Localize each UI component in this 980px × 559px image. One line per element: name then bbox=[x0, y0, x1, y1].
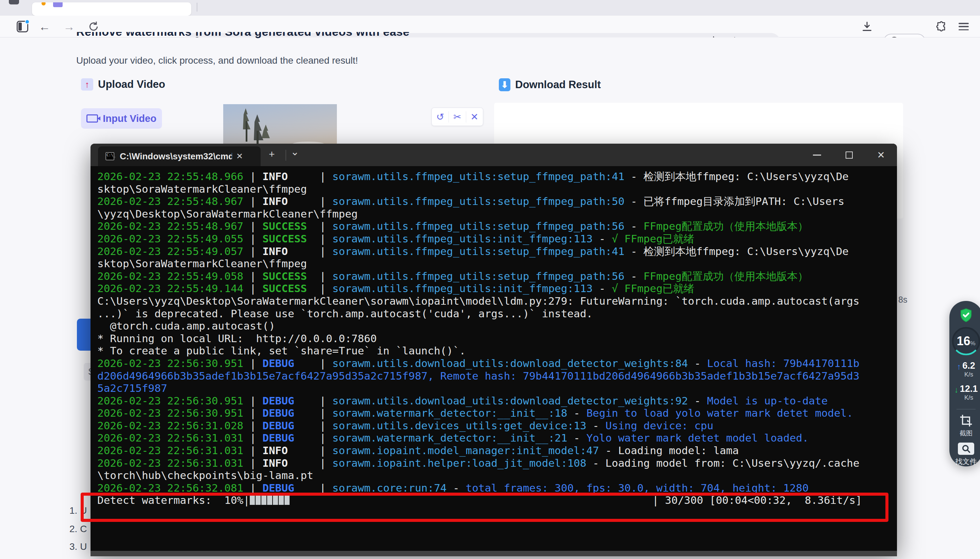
terminal-output: 2026-02-23 22:55:48.966 | INFO | sorawm.… bbox=[97, 170, 860, 506]
puzzle-icon bbox=[935, 21, 947, 32]
downloads-button[interactable] bbox=[856, 16, 878, 38]
terminal-tab-title: C:\Windows\system32\cmd.ex bbox=[120, 151, 232, 162]
terminal-line: 2026-02-23 22:55:48.967 | SUCCESS | sora… bbox=[97, 220, 860, 233]
find-file-label: 找文件 bbox=[955, 457, 977, 466]
screenshot-crop-icon[interactable] bbox=[958, 413, 974, 428]
battery-gauge[interactable]: 16% bbox=[952, 326, 980, 356]
window-corner-fragment bbox=[9, 0, 19, 5]
terminal-line: 2026-02-23 22:55:48.966 | INFO | sorawm.… bbox=[97, 170, 860, 183]
close-icon: ✕ bbox=[877, 149, 885, 161]
terminal-bottom-edge bbox=[91, 551, 897, 556]
terminal-line: 5a2c715f987 bbox=[97, 382, 860, 395]
browser-tab[interactable] bbox=[32, 2, 191, 16]
minimize-icon bbox=[813, 155, 821, 155]
new-tab-button[interactable]: + bbox=[269, 149, 275, 160]
download-section-title: ⬇ Download Result bbox=[499, 78, 601, 91]
terminal-line: \torch\hub\checkpoints\big-lama.pt bbox=[97, 469, 860, 482]
tab-favicon-icon bbox=[53, 2, 63, 7]
clear-video-button[interactable]: ✕ bbox=[466, 111, 483, 122]
minimize-button[interactable] bbox=[801, 144, 833, 166]
tab-separator bbox=[197, 3, 197, 12]
hamburger-icon bbox=[959, 23, 969, 30]
titlebar-separator bbox=[285, 150, 286, 161]
terminal-line: d206d4964966b3b35adef1b3b15e7acf6427a95d… bbox=[97, 370, 860, 382]
instruction-item-3: 3. U bbox=[69, 541, 87, 552]
extensions-button[interactable] bbox=[931, 16, 952, 38]
terminal-line: 2026-02-23 22:56:30.951 | DEBUG | sorawm… bbox=[97, 357, 860, 370]
assistant-widget[interactable]: 16% ↑ 6.2K/s ↓ 12.1K/s 截图 找文件 bbox=[949, 301, 980, 466]
terminal-line: sktop\SoraWatermarkCleaner\ffmpeg bbox=[97, 257, 860, 270]
terminal-line: C:\Users\yyzq\Desktop\SoraWatermarkClean… bbox=[97, 295, 860, 308]
tab-dropdown-button[interactable]: ⌄ bbox=[290, 146, 299, 158]
terminal-tab[interactable]: C:\_ C:\Windows\system32\cmd.ex ✕ bbox=[98, 146, 261, 166]
maximize-icon bbox=[846, 152, 853, 159]
forward-icon: → bbox=[63, 21, 75, 32]
video-edit-toolbar: ↺ ✂ ✕ bbox=[431, 108, 483, 126]
screenshot-label: 截图 bbox=[960, 429, 972, 438]
timing-text: 8s bbox=[898, 295, 907, 305]
maximize-button[interactable] bbox=[833, 144, 865, 166]
terminal-line: * Running on local URL: http://0.0.0.0:7… bbox=[97, 332, 860, 345]
terminal-line: 2026-02-23 22:55:48.967 | INFO | sorawm.… bbox=[97, 195, 860, 208]
up-arrow-icon: ↑ bbox=[957, 362, 961, 371]
down-arrow-icon: ↓ bbox=[954, 385, 959, 395]
instruction-item-2: 2. C bbox=[69, 524, 87, 534]
security-shield-icon bbox=[958, 308, 974, 322]
undo-button[interactable]: ↺ bbox=[432, 111, 449, 122]
widget-divider bbox=[957, 409, 975, 410]
terminal-line: 2026-02-23 22:56:30.951 | DEBUG | sorawm… bbox=[97, 407, 860, 419]
reload-icon bbox=[88, 21, 99, 32]
trim-button[interactable]: ✂ bbox=[449, 111, 465, 122]
sidebar-toggle-button[interactable] bbox=[12, 16, 33, 38]
terminal-titlebar[interactable]: C:\_ C:\Windows\system32\cmd.ex ✕ + ⌄ ✕ bbox=[91, 144, 897, 166]
tab-favicon-dot bbox=[41, 2, 46, 5]
process-button-fragment[interactable] bbox=[77, 319, 91, 351]
terminal-line: sktop\SoraWatermarkCleaner\ffmpeg bbox=[97, 183, 860, 195]
back-icon: ← bbox=[39, 21, 50, 32]
terminal-line: 2026-02-23 22:56:32.081 | DEBUG | sorawm… bbox=[97, 482, 860, 495]
terminal-line: 2026-02-23 22:55:49.057 | INFO | sorawm.… bbox=[97, 245, 860, 258]
terminal-line: 2026-02-23 22:56:31.031 | INFO | sorawm.… bbox=[97, 444, 860, 457]
input-video-label: Input Video bbox=[81, 108, 162, 129]
browser-tab-strip bbox=[0, 0, 980, 16]
sidebar-icon bbox=[16, 21, 28, 32]
highlight-box bbox=[81, 493, 888, 522]
terminal-line: @torch.cuda.amp.autocast() bbox=[97, 320, 860, 332]
page-title: Remove watermarks from Sora generated vi… bbox=[76, 32, 485, 40]
find-file-button[interactable] bbox=[958, 443, 974, 455]
terminal-line: ...)` is deprecated. Please use `torch.a… bbox=[97, 308, 860, 320]
terminal-line: 2026-02-23 22:55:49.055 | SUCCESS | sora… bbox=[97, 233, 860, 245]
back-button[interactable]: ← bbox=[33, 16, 56, 38]
battery-percent: 16 bbox=[957, 334, 970, 348]
upload-section-title: ↑ Upload Video bbox=[81, 78, 165, 91]
terminal-line: 2026-02-23 22:56:30.951 | DEBUG | sorawm… bbox=[97, 395, 860, 407]
terminal-line: 2026-02-23 22:56:31.031 | DEBUG | sorawm… bbox=[97, 432, 860, 444]
download-emoji-icon: ⬇ bbox=[499, 78, 510, 91]
notification-dot bbox=[25, 20, 30, 24]
menu-button[interactable] bbox=[953, 16, 975, 38]
magnifier-icon bbox=[961, 444, 971, 453]
page-subtitle: Upload your video, click process, and do… bbox=[76, 55, 358, 66]
terminal-line: \yyzq\Desktop\SoraWatermarkCleaner\ffmpe… bbox=[97, 208, 860, 220]
video-camera-icon bbox=[86, 114, 98, 122]
terminal-window: C:\_ C:\Windows\system32\cmd.ex ✕ + ⌄ ✕ … bbox=[91, 144, 897, 551]
download-speed: ↓ 12.1K/s bbox=[954, 384, 978, 402]
close-button[interactable]: ✕ bbox=[865, 144, 897, 166]
download-icon bbox=[861, 21, 873, 32]
upload-speed: ↑ 6.2K/s bbox=[957, 361, 975, 379]
terminal-line: 2026-02-23 22:56:31.031 | INFO | sorawm.… bbox=[97, 457, 860, 470]
cmd-icon: C:\_ bbox=[106, 152, 114, 160]
upload-emoji-icon: ↑ bbox=[81, 78, 93, 91]
terminal-line: * To create a public link, set `share=Tr… bbox=[97, 344, 860, 357]
terminal-line: 2026-02-23 22:55:49.058 | SUCCESS | sora… bbox=[97, 270, 860, 283]
terminal-line: 2026-02-23 22:55:49.144 | SUCCESS | sora… bbox=[97, 282, 860, 295]
tab-close-icon[interactable]: ✕ bbox=[236, 152, 243, 161]
terminal-line: 2026-02-23 22:56:31.028 | DEBUG | sorawm… bbox=[97, 419, 860, 432]
